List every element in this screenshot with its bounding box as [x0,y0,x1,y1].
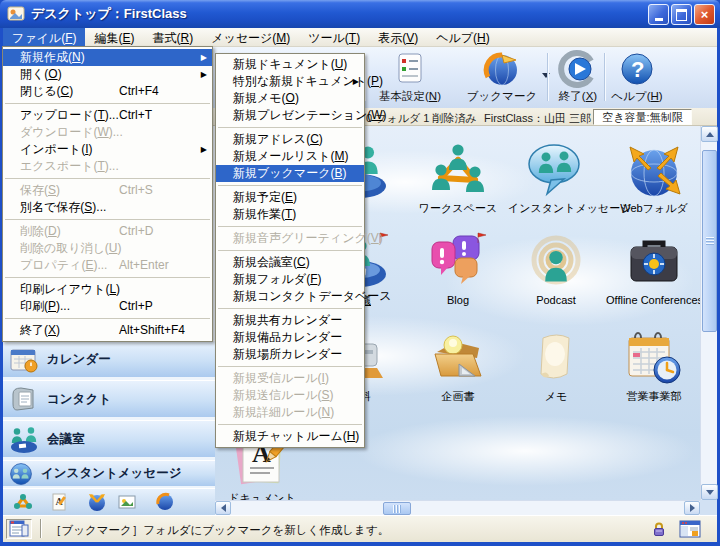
bookmark-mini-icon[interactable] [155,492,175,516]
arrow-up-icon [706,132,714,137]
submenu-item-new-address[interactable]: 新規アドレス(C) [216,131,364,148]
menu-item-open[interactable]: 開く(O)▶ [3,66,212,83]
desktop-icon-proposal[interactable]: 企画書 [410,326,506,403]
menu-item-undo-delete: 削除の取り消し(U) [3,240,212,257]
menu-item-print-layout[interactable]: 印刷レイアウト(L) [3,281,212,298]
document-mini-icon[interactable]: A [49,492,69,516]
desktop-icon-instant-message[interactable]: インスタントメッセージ [508,138,604,215]
preferences-icon [392,49,428,89]
memo-icon [508,326,604,388]
submenu-item-new-folder[interactable]: 新規フォルダ(F) [216,271,364,288]
menu-format[interactable]: 書式(R) [143,28,202,47]
menu-file[interactable]: ファイル(F) [3,28,85,47]
submenu-item-new-mail-list[interactable]: 新規メールリスト(M) [216,148,364,165]
sidebar-item-conference[interactable]: 会議室 [3,420,215,457]
help-button[interactable]: ? ヘルプ(H) [608,49,666,105]
sidebar-item-label: 会議室 [47,431,85,448]
submenu-arrow-icon: ▶ [201,49,207,66]
menu-item-close[interactable]: 閉じる(C)Ctrl+F4 [3,83,212,100]
menu-separator [218,366,362,367]
menu-item-delete: 削除(D)Ctrl+D [3,223,212,240]
workspace-mini-icon[interactable] [13,492,33,516]
menu-item-save: 保存(S)Ctrl+S [3,182,212,199]
submenu-item-new-bookmark[interactable]: 新規ブックマーク(B) [216,165,364,182]
scroll-left-button[interactable] [215,501,231,515]
submenu-arrow-icon: ▶ [353,73,359,90]
menu-item-properties: プロパティ(E)...Alt+Enter [3,257,212,274]
arrow-down-icon [706,490,714,495]
scroll-right-button[interactable] [684,501,700,515]
menu-item-exit[interactable]: 終了(X)Alt+Shift+F4 [3,322,212,339]
menu-tools[interactable]: ツール(T) [299,28,369,47]
menu-item-print[interactable]: 印刷(P)...Ctrl+P [3,298,212,315]
sidebar-item-calendar[interactable]: カレンダー [3,340,215,377]
preferences-label: 基本設定(N) [379,89,441,104]
desktop-icon-podcast[interactable]: Podcast [508,230,604,307]
menu-separator [218,250,362,251]
submenu-item-new-shared-calendar[interactable]: 新規共有カレンダー [216,312,364,329]
scroll-down-button[interactable] [701,484,718,500]
desktop-icon-memo[interactable]: メモ [508,326,604,403]
desktop-icon-label: メモ [508,390,604,403]
submenu-item-new-contact-database[interactable]: 新規コンタクトデータベース [216,288,364,305]
menu-item-import[interactable]: インポート(I)▶ [3,141,212,158]
sidebar-item-instant-message[interactable]: インスタントメッセージ [3,460,215,486]
workspace-icon [410,138,506,200]
offline-conferences-icon [606,230,700,292]
submenu-item-new-chat-room[interactable]: 新規チャットルーム(H) [216,428,364,445]
menu-item-upload[interactable]: アップロード(T)...Ctrl+T [3,107,212,124]
proposal-icon [410,326,506,388]
menu-separator [5,277,210,278]
horizontal-scrollbar[interactable] [215,500,700,515]
close-button[interactable]: × [694,4,715,25]
desktop-icon-blog[interactable]: Blog [410,230,506,307]
svg-text:?: ? [631,57,644,82]
desktop-icon-label: インスタントメッセージ [508,202,604,215]
bookmark-button[interactable]: ブックマーク [454,49,550,105]
desktop-icon-web-folder[interactable]: Webフォルダ [606,138,700,215]
titlebar[interactable]: デスクトップ：FirstClass × [0,0,720,28]
menu-help[interactable]: ヘルプ(H) [427,28,499,47]
minimize-button[interactable] [648,4,669,25]
status-divider [40,519,42,538]
vertical-scrollbar[interactable] [700,126,717,500]
submenu-item-new-conference[interactable]: 新規会議室(C) [216,254,364,271]
menu-message[interactable]: メッセージ(M) [202,28,299,47]
status-doc-icon [9,520,29,538]
scroll-up-button[interactable] [701,126,718,142]
desktop-icon-sales-division[interactable]: 営業事業部 [606,326,700,403]
menu-separator [218,226,362,227]
webfolder-mini-icon[interactable] [87,492,107,516]
exit-button[interactable]: 終了(X) [552,49,604,105]
desktop-icon-offline-conferences[interactable]: Offline Conferences [606,230,700,307]
menu-separator [218,127,362,128]
submenu-item-special-new-document[interactable]: 特別な新規ドキュメント(P)▶ [216,73,364,90]
help-label: ヘルプ(H) [611,89,662,104]
menu-view[interactable]: 表示(V) [369,28,427,47]
thumb-grip-icon [393,505,401,513]
submenu-item-new-memo[interactable]: 新規メモ(O) [216,90,364,107]
menu-item-save-as[interactable]: 別名で保存(S)... [3,199,212,216]
submenu-arrow-icon: ▶ [201,66,207,83]
maximize-icon [676,9,687,21]
submenu-item-new-presentation[interactable]: 新規プレゼンテーション(W) [216,107,364,124]
menu-edit[interactable]: 編集(E) [85,28,143,47]
submenu-item-new-equipment-calendar[interactable]: 新規備品カレンダー [216,329,364,346]
panel-layout-icon[interactable] [679,520,701,540]
flag-icon [476,230,488,248]
submenu-item-new-location-calendar[interactable]: 新規場所カレンダー [216,346,364,363]
picture-mini-icon[interactable] [117,492,137,516]
maximize-button[interactable] [671,4,692,25]
menu-separator [5,219,210,220]
vertical-scroll-thumb[interactable] [702,150,717,332]
menu-separator [218,308,362,309]
submenu-item-new-document[interactable]: 新規ドキュメント(U) [216,56,364,73]
sidebar-item-label: カレンダー [47,351,111,368]
submenu-item-new-task[interactable]: 新規作業(T) [216,206,364,223]
sidebar-item-contacts[interactable]: コンタクト [3,380,215,417]
menu-item-new-create[interactable]: 新規作成(N)▶ [3,49,212,66]
horizontal-scroll-thumb[interactable] [383,502,411,515]
desktop-icon-workspace[interactable]: ワークスペース [410,138,506,215]
menu-separator [5,318,210,319]
submenu-item-new-event[interactable]: 新規予定(E) [216,189,364,206]
